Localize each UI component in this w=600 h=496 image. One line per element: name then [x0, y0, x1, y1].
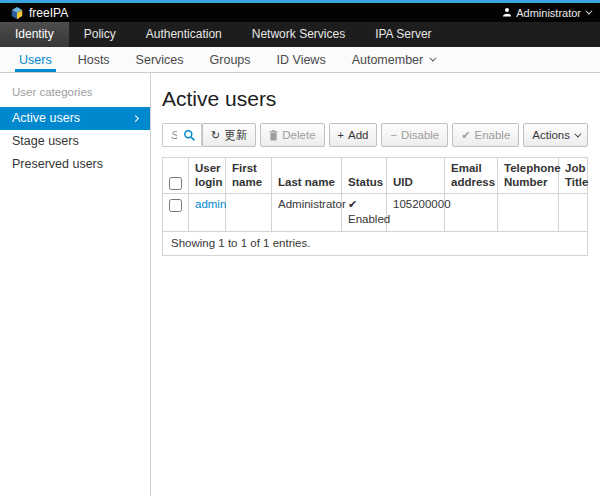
user-login-link[interactable]: admin	[195, 198, 226, 210]
masthead: freeIPA Administrator	[0, 3, 600, 22]
tab-groups[interactable]: Groups	[206, 47, 255, 72]
chevron-down-icon	[585, 8, 592, 15]
user-menu-label: Administrator	[516, 7, 581, 19]
user-icon	[502, 7, 512, 19]
sidebar-item-stage-users[interactable]: Stage users	[0, 130, 150, 153]
main-panel: Active users ↻ 更新	[151, 73, 600, 496]
chevron-down-icon	[430, 55, 437, 62]
caret-down-icon	[574, 130, 581, 137]
cell-email-address	[445, 193, 498, 231]
minus-icon: −	[390, 130, 396, 141]
tab-id-views[interactable]: ID Views	[273, 47, 330, 72]
search-input[interactable]	[162, 123, 202, 147]
cell-job-title	[559, 193, 588, 231]
content-region: User categories Active users Stage users…	[0, 73, 600, 496]
button-group: ↻ 更新 Delete + Add	[202, 123, 588, 147]
toolbar: ↻ 更新 Delete + Add	[162, 123, 588, 147]
table-header-row: User login First name Last name Status U…	[163, 158, 588, 194]
cell-last-name: Administrator	[272, 193, 342, 231]
row-checkbox[interactable]	[169, 199, 182, 212]
table-row: admin Administrator ✔ Enabled 105200000	[163, 193, 588, 231]
enable-button: ✔ Enable	[452, 123, 519, 147]
sidebar-item-active-users[interactable]: Active users	[0, 107, 150, 130]
sidebar: User categories Active users Stage users…	[0, 73, 151, 496]
users-table: User login First name Last name Status U…	[162, 157, 588, 256]
brand[interactable]: freeIPA	[10, 6, 68, 20]
nav-item-policy[interactable]: Policy	[69, 22, 131, 47]
table-summary-row: Showing 1 to 1 of 1 entries.	[163, 231, 588, 256]
sidebar-item-preserved-users[interactable]: Preserved users	[0, 153, 150, 176]
enabled-check-icon: ✔	[348, 198, 357, 210]
nav-item-authentication[interactable]: Authentication	[131, 22, 237, 47]
col-telephone-number: Telephone Number	[498, 158, 559, 194]
freeipa-logo-icon	[10, 6, 24, 20]
primary-nav: Identity Policy Authentication Network S…	[0, 22, 600, 47]
status-text: Enabled	[348, 213, 390, 225]
tab-hosts[interactable]: Hosts	[74, 47, 114, 72]
delete-button: Delete	[260, 123, 324, 147]
brand-name: freeIPA	[29, 6, 68, 20]
check-icon: ✔	[461, 130, 470, 141]
user-menu[interactable]: Administrator	[502, 7, 590, 19]
col-job-title: Job Title	[559, 158, 588, 194]
col-email-address: Email address	[445, 158, 498, 194]
actions-button[interactable]: Actions	[523, 123, 588, 147]
cell-first-name	[226, 193, 272, 231]
chevron-right-icon	[132, 114, 139, 121]
cell-status: ✔ Enabled	[342, 193, 387, 231]
secondary-tabbar: Users Hosts Services Groups ID Views Aut…	[0, 47, 600, 73]
tab-users[interactable]: Users	[15, 47, 56, 72]
col-first-name: First name	[226, 158, 272, 194]
add-button[interactable]: + Add	[329, 123, 378, 147]
page-title: Active users	[162, 87, 588, 111]
col-status: Status	[342, 158, 387, 194]
disable-button: − Disable	[381, 123, 448, 147]
refresh-button[interactable]: ↻ 更新	[202, 123, 256, 147]
col-uid: UID	[387, 158, 445, 194]
col-user-login: User login	[189, 158, 226, 194]
col-last-name: Last name	[272, 158, 342, 194]
nav-item-network-services[interactable]: Network Services	[237, 22, 360, 47]
cell-uid: 105200000	[387, 193, 445, 231]
nav-item-ipa-server[interactable]: IPA Server	[360, 22, 446, 47]
plus-icon: +	[338, 130, 344, 141]
cell-telephone-number	[498, 193, 559, 231]
select-all-checkbox[interactable]	[169, 177, 182, 190]
sidebar-header: User categories	[0, 84, 150, 107]
tab-automember[interactable]: Automember	[348, 47, 439, 72]
trash-icon	[269, 130, 278, 141]
nav-item-identity[interactable]: Identity	[0, 22, 69, 47]
search-wrap	[162, 123, 202, 147]
tab-services[interactable]: Services	[132, 47, 188, 72]
refresh-icon: ↻	[211, 130, 220, 141]
table-summary: Showing 1 to 1 of 1 entries.	[163, 231, 588, 256]
